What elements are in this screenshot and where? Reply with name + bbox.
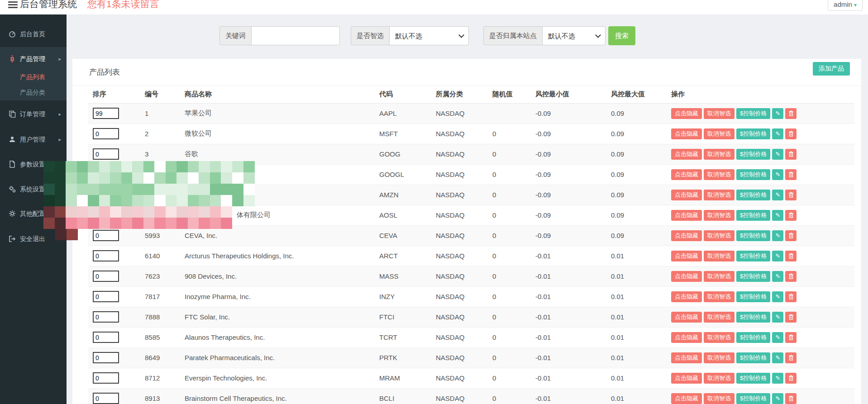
- edit-icon-button[interactable]: ✎: [772, 230, 783, 241]
- hide-button[interactable]: 点击隐藏: [671, 230, 702, 241]
- control-price-button[interactable]: $控制价格: [736, 393, 770, 404]
- hide-button[interactable]: 点击隐藏: [671, 149, 702, 160]
- hide-button[interactable]: 点击隐藏: [671, 291, 702, 302]
- edit-icon-button[interactable]: ✎: [772, 332, 783, 343]
- sort-input[interactable]: [93, 352, 119, 363]
- sort-input[interactable]: [93, 291, 119, 302]
- cancel-smart-button[interactable]: 取消智选: [704, 393, 734, 404]
- control-price-button[interactable]: $控制价格: [736, 332, 770, 343]
- hide-button[interactable]: 点击隐藏: [671, 128, 702, 139]
- delete-icon-button[interactable]: [785, 169, 796, 180]
- control-price-button[interactable]: $控制价格: [736, 169, 770, 180]
- cancel-smart-button[interactable]: 取消智选: [704, 312, 734, 323]
- sort-input[interactable]: [93, 393, 119, 404]
- edit-icon-button[interactable]: ✎: [772, 149, 783, 160]
- sort-input[interactable]: [93, 108, 119, 119]
- cancel-smart-button[interactable]: 取消智选: [704, 251, 734, 261]
- sort-input[interactable]: [93, 148, 119, 160]
- edit-icon-button[interactable]: ✎: [772, 190, 783, 200]
- edit-icon-button[interactable]: ✎: [772, 393, 783, 404]
- user-menu[interactable]: admin▾: [828, 0, 863, 11]
- cancel-smart-button[interactable]: 取消智选: [704, 128, 734, 139]
- sidebar-item-order-management[interactable]: 订单管理 ▸: [0, 107, 67, 121]
- cancel-smart-button[interactable]: 取消智选: [704, 352, 734, 363]
- control-price-button[interactable]: $控制价格: [736, 271, 770, 282]
- sort-input[interactable]: [93, 189, 119, 200]
- delete-icon-button[interactable]: [785, 332, 796, 343]
- sort-input[interactable]: [93, 271, 119, 282]
- control-price-button[interactable]: $控制价格: [736, 230, 770, 241]
- control-price-button[interactable]: $控制价格: [736, 352, 770, 363]
- delete-icon-button[interactable]: [785, 190, 796, 200]
- cancel-smart-button[interactable]: 取消智选: [704, 169, 734, 180]
- hide-button[interactable]: 点击隐藏: [671, 251, 702, 261]
- control-price-button[interactable]: $控制价格: [736, 190, 770, 200]
- control-price-button[interactable]: $控制价格: [736, 373, 770, 384]
- delete-icon-button[interactable]: [785, 312, 796, 323]
- control-price-button[interactable]: $控制价格: [736, 251, 770, 261]
- control-price-button[interactable]: $控制价格: [736, 128, 770, 139]
- hide-button[interactable]: 点击隐藏: [671, 373, 702, 384]
- sort-input[interactable]: [93, 209, 119, 221]
- sort-input[interactable]: [93, 128, 119, 139]
- delete-icon-button[interactable]: [785, 291, 796, 302]
- sidebar-item-product-management[interactable]: B 产品管理 ▸: [0, 52, 67, 66]
- cancel-smart-button[interactable]: 取消智选: [704, 271, 734, 282]
- cancel-smart-button[interactable]: 取消智选: [704, 149, 734, 160]
- hide-button[interactable]: 点击隐藏: [671, 332, 702, 343]
- hide-button[interactable]: 点击隐藏: [671, 190, 702, 200]
- keyword-input[interactable]: [251, 26, 340, 45]
- hide-button[interactable]: 点击隐藏: [671, 210, 702, 221]
- delete-icon-button[interactable]: [785, 230, 796, 241]
- delete-icon-button[interactable]: [785, 251, 796, 261]
- sidebar-item-other-config[interactable]: 其他配置: [0, 207, 67, 220]
- control-price-button[interactable]: $控制价格: [736, 312, 770, 323]
- edit-icon-button[interactable]: ✎: [772, 128, 783, 139]
- delete-icon-button[interactable]: [785, 393, 796, 404]
- hide-button[interactable]: 点击隐藏: [671, 271, 702, 282]
- smart-select-dropdown[interactable]: 默认不选: [389, 26, 469, 45]
- cancel-smart-button[interactable]: 取消智选: [704, 291, 734, 302]
- site-dropdown[interactable]: 默认不选: [542, 26, 606, 45]
- sidebar-item-system-settings[interactable]: 系统设置: [0, 182, 67, 196]
- edit-icon-button[interactable]: ✎: [772, 210, 783, 221]
- cancel-smart-button[interactable]: 取消智选: [704, 190, 734, 200]
- sort-input[interactable]: [93, 230, 119, 241]
- sidebar-item-product-category[interactable]: 产品分类: [0, 86, 67, 99]
- delete-icon-button[interactable]: [785, 352, 796, 363]
- edit-icon-button[interactable]: ✎: [772, 352, 783, 363]
- control-price-button[interactable]: $控制价格: [736, 210, 770, 221]
- edit-icon-button[interactable]: ✎: [772, 271, 783, 282]
- hide-button[interactable]: 点击隐藏: [671, 393, 702, 404]
- edit-icon-button[interactable]: ✎: [772, 373, 783, 384]
- edit-icon-button[interactable]: ✎: [772, 312, 783, 323]
- search-button[interactable]: 搜索: [608, 26, 635, 45]
- sidebar-item-product-list[interactable]: 产品列表: [0, 70, 67, 84]
- control-price-button[interactable]: $控制价格: [736, 149, 770, 160]
- sort-input[interactable]: [93, 250, 119, 261]
- hide-button[interactable]: 点击隐藏: [671, 108, 702, 119]
- delete-icon-button[interactable]: [785, 373, 796, 384]
- sort-input[interactable]: [93, 332, 119, 343]
- delete-icon-button[interactable]: [785, 210, 796, 221]
- control-price-button[interactable]: $控制价格: [736, 108, 770, 119]
- edit-icon-button[interactable]: ✎: [772, 251, 783, 261]
- add-product-button[interactable]: 添加产品: [813, 62, 850, 76]
- sidebar-item-parameter-settings[interactable]: 参数设置: [0, 157, 67, 171]
- edit-icon-button[interactable]: ✎: [772, 169, 783, 180]
- delete-icon-button[interactable]: [785, 271, 796, 282]
- cancel-smart-button[interactable]: 取消智选: [704, 210, 734, 221]
- sort-input[interactable]: [93, 372, 119, 384]
- edit-icon-button[interactable]: ✎: [772, 108, 783, 119]
- sidebar-item-user-management[interactable]: 用户管理 ▸: [0, 133, 67, 146]
- hamburger-menu-icon[interactable]: [8, 1, 18, 9]
- cancel-smart-button[interactable]: 取消智选: [704, 230, 734, 241]
- hide-button[interactable]: 点击隐藏: [671, 312, 702, 323]
- cancel-smart-button[interactable]: 取消智选: [704, 332, 734, 343]
- sidebar-item-dashboard[interactable]: 后台首页: [0, 27, 67, 41]
- sort-input[interactable]: [93, 169, 119, 180]
- sort-input[interactable]: [93, 311, 119, 323]
- unread-message-notice[interactable]: 您有1条未读留言: [87, 0, 159, 10]
- control-price-button[interactable]: $控制价格: [736, 291, 770, 302]
- delete-icon-button[interactable]: [785, 108, 796, 119]
